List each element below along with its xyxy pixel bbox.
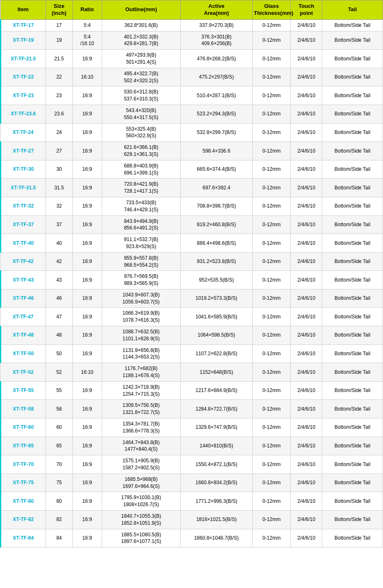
data-cell: 0-12mm (252, 344, 290, 363)
data-cell: 2/4/6/10 (291, 234, 322, 253)
data-cell: 30 (45, 160, 72, 179)
data-cell: 1816×1021.5(B/S) (180, 511, 252, 529)
data-cell: 401.2×332.3(B)429.8×281.7(B) (102, 31, 180, 50)
data-cell: 32 (45, 197, 72, 215)
data-cell: 598.4×336.6 (180, 142, 252, 160)
item-cell: XT-TF-27 (1, 142, 46, 160)
data-cell: 16:9 (72, 252, 102, 271)
data-cell: 2/4/6/10 (291, 529, 322, 547)
table-header-row: ItemSize(inch)RatioOutline(mm)ActiveArea… (1, 0, 383, 20)
data-cell: 495.4×322.7(B)502.4×320.2(S) (102, 68, 180, 86)
data-cell: 0-12mm (252, 492, 290, 511)
data-cell: Bottom/Side Tail (322, 511, 383, 529)
data-cell: 16:9 (72, 271, 102, 289)
data-cell: 0-12mm (252, 68, 290, 86)
data-cell: Bottom/Side Tail (322, 437, 383, 455)
data-cell: 60 (45, 418, 72, 437)
data-cell: 2/4/6/10 (291, 381, 322, 400)
data-cell: 40 (45, 234, 72, 253)
item-cell: XT-TF-70 (1, 455, 46, 474)
item-cell: XT-TF-31.5 (1, 179, 46, 197)
item-cell: XT-TF-37 (1, 215, 46, 234)
data-cell: 510.4×287.1(B/S) (180, 86, 252, 105)
data-cell: 733.5×433(B)746.4×429.1(S) (102, 197, 180, 215)
data-cell: 16:9 (72, 105, 102, 123)
data-cell: 16:9 (72, 86, 102, 105)
data-cell: Bottom/Side Tail (322, 50, 383, 68)
item-cell: XT-TF-22 (1, 68, 46, 86)
data-cell: Bottom/Side Tail (322, 529, 383, 547)
data-cell: 21.5 (45, 50, 72, 68)
col-header-outline: Outline(mm) (102, 0, 180, 20)
data-cell: Bottom/Side Tail (322, 234, 383, 253)
data-cell: 476.8×268.2(B/S) (180, 50, 252, 68)
data-cell: 19 (45, 31, 72, 50)
item-cell: XT-TF-55 (1, 381, 46, 400)
data-cell: 2/4/6/10 (291, 160, 322, 179)
data-cell: 16:9 (72, 473, 102, 492)
data-cell: 2/4/6/10 (291, 179, 322, 197)
data-cell: 22 (45, 68, 72, 86)
data-cell: 2/4/6/10 (291, 215, 322, 234)
data-cell: Bottom/Side Tail (322, 289, 383, 308)
data-cell: 0-12mm (252, 142, 290, 160)
data-cell: 2/4/6/10 (291, 271, 322, 289)
data-cell: 47 (45, 308, 72, 326)
data-cell: 27 (45, 142, 72, 160)
data-cell: Bottom/Side Tail (322, 326, 383, 345)
table-row: XT-TF-474716:91066.3×619.9(B)1078.7×616.… (1, 308, 383, 326)
data-cell: 16:9 (72, 492, 102, 511)
item-cell: XT-TF-19 (1, 31, 46, 50)
data-cell: 84 (45, 529, 72, 547)
data-cell: Bottom/Side Tail (322, 160, 383, 179)
data-cell: 70 (45, 455, 72, 474)
data-cell: 1309.5×756.5(B)1321.8×722.7(S) (102, 400, 180, 418)
data-cell: 543.4×320(B)550.4×317.5(S) (102, 105, 180, 123)
table-row: XT-TF-707016:91575.1×905.9(B)1587.2×902.… (1, 455, 383, 474)
data-cell: 1284.8×722.7(B/S) (180, 400, 252, 418)
data-cell: 2/4/6/10 (291, 400, 322, 418)
data-cell: 697.6×392.4 (180, 179, 252, 197)
table-row: XT-TF-585816:91309.5×756.5(B)1321.8×722.… (1, 400, 383, 418)
data-cell: 0-12mm (252, 437, 290, 455)
data-cell: 16:9 (72, 142, 102, 160)
table-row: XT-TF-23.623.616:9543.4×320(B)550.4×317.… (1, 105, 383, 123)
table-row: XT-TF-757516:91685.5×968(B)1697.6×964.6(… (1, 473, 383, 492)
data-cell: 75 (45, 473, 72, 492)
data-cell: 0-12mm (252, 19, 290, 31)
data-cell: 497×293.9(B)501×291.4(S) (102, 50, 180, 68)
product-table-wrapper: ItemSize(inch)RatioOutline(mm)ActiveArea… (0, 0, 383, 547)
data-cell: 2/4/6/10 (291, 437, 322, 455)
data-cell: 0-12mm (252, 215, 290, 234)
data-cell: 1019.2×573.3(B/S) (180, 289, 252, 308)
data-cell: 1064×598.5(B/S) (180, 326, 252, 345)
data-cell: 48 (45, 326, 72, 345)
item-cell: XT-TF-23 (1, 86, 46, 105)
table-row: XT-TF-272716:9621.6×366.1(B)629.1×361.3(… (1, 142, 383, 160)
table-row: XT-TF-464616:91043.9×607.3(B)1056.9×603.… (1, 289, 383, 308)
data-cell: 1217.6×684.9(B/S) (180, 381, 252, 400)
item-cell: XT-TF-23.6 (1, 105, 46, 123)
item-cell: XT-TF-84 (1, 529, 46, 547)
data-cell: Bottom/Side Tail (322, 492, 383, 511)
table-row: XT-TF-606016:91354.3×781.7(B)1366.6×778.… (1, 418, 383, 437)
item-cell: XT-TF-82 (1, 511, 46, 529)
data-cell: Bottom/Side Tail (322, 308, 383, 326)
item-cell: XT-TF-80 (1, 492, 46, 511)
data-cell: 2/4/6/10 (291, 511, 322, 529)
data-cell: 16:9 (72, 308, 102, 326)
data-cell: 2/4/6/10 (291, 492, 322, 511)
data-cell: 2/4/6/10 (291, 68, 322, 86)
data-cell: 1088.7×632.5(B)1101.1×628.9(S) (102, 326, 180, 345)
data-cell: 819.2×460.8(B/S) (180, 215, 252, 234)
data-cell: 16:9 (72, 381, 102, 400)
item-cell: XT-TF-43 (1, 271, 46, 289)
data-cell: 2/4/6/10 (291, 19, 322, 31)
data-cell: 16:9 (72, 197, 102, 215)
data-cell: 2/4/6/10 (291, 252, 322, 271)
data-cell: 16:10 (72, 363, 102, 382)
data-cell: 16:9 (72, 234, 102, 253)
data-cell: 886.4×498.6(B/S) (180, 234, 252, 253)
data-cell: 843.9×494.9(B)856.6×491.2(S) (102, 215, 180, 234)
data-cell: 16:9 (72, 50, 102, 68)
